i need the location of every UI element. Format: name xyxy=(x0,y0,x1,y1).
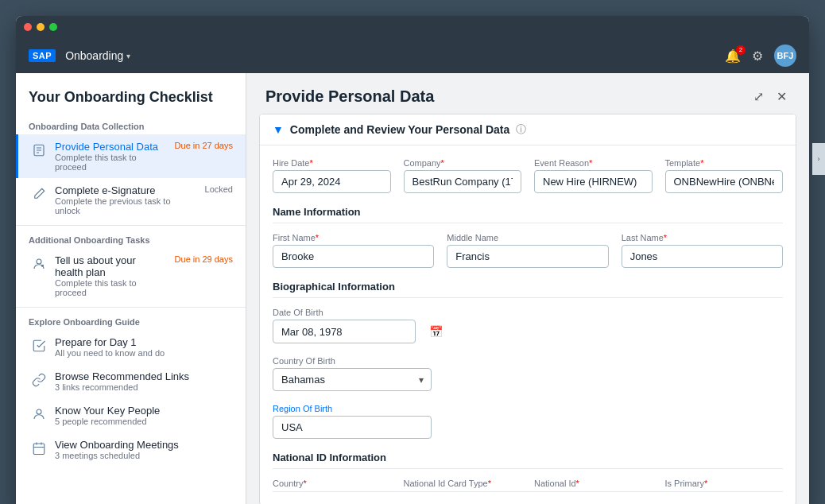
sidebar-item-title: Know Your Key People xyxy=(55,405,233,417)
person-icon xyxy=(31,406,47,422)
first-name-input[interactable] xyxy=(273,245,434,268)
sidebar-title: Your Onboarding Checklist xyxy=(16,73,246,115)
sidebar-item-meetings[interactable]: View Onboarding Meetings 3 meetings sche… xyxy=(16,432,246,467)
sidebar-item-badge: Due in 27 days xyxy=(175,141,233,150)
pen-icon xyxy=(31,186,47,202)
main-area: Your Onboarding Checklist Onboarding Dat… xyxy=(16,73,809,504)
dob-label: Date Of Birth xyxy=(273,308,416,317)
sidebar-item-content: Know Your Key People 5 people recommende… xyxy=(55,405,233,426)
sidebar-item-content: Browse Recommended Links 3 links recomme… xyxy=(55,370,233,392)
main-section-block: ▼ Complete and Review Your Personal Data… xyxy=(259,114,796,504)
col-card-type: National Id Card Type* xyxy=(404,479,522,488)
company-group: Company* xyxy=(404,158,522,193)
health-icon xyxy=(31,256,47,272)
last-name-group: Last Name* xyxy=(622,233,783,268)
first-name-label: First Name* xyxy=(273,233,434,242)
country-birth-select-wrapper: Bahamas xyxy=(273,368,432,391)
maximize-button[interactable] xyxy=(49,23,57,31)
sidebar-item-esignature[interactable]: Complete e-Signature Complete the previo… xyxy=(16,178,246,222)
sidebar-item-content: View Onboarding Meetings 3 meetings sche… xyxy=(55,439,233,460)
country-birth-select[interactable]: Bahamas xyxy=(273,368,432,391)
sidebar-item-links[interactable]: Browse Recommended Links 3 links recomme… xyxy=(16,364,246,398)
app-container: SAP Onboarding ▾ 🔔 2 ⚙ BFJ Your Onboardi… xyxy=(16,38,809,504)
nav-title-onboarding[interactable]: Onboarding ▾ xyxy=(65,49,130,62)
info-icon[interactable]: ⓘ xyxy=(516,122,526,137)
sap-logo: SAP xyxy=(29,49,56,62)
sidebar-item-day1[interactable]: Prepare for Day 1 All you need to know a… xyxy=(16,330,246,364)
sidebar-item-content: Tell us about your health plan Complete … xyxy=(55,254,167,297)
sidebar-item-subtitle: 3 links recommended xyxy=(55,382,233,392)
sidebar-item-subtitle: Complete the previous task to unlock xyxy=(55,196,197,215)
event-reason-input[interactable] xyxy=(534,170,653,193)
nav-dropdown-chevron: ▾ xyxy=(126,52,130,60)
top-navigation: SAP Onboarding ▾ 🔔 2 ⚙ BFJ xyxy=(16,38,809,73)
sidebar-item-provide-personal-data[interactable]: Provide Personal Data Complete this task… xyxy=(16,134,246,178)
national-id-table-header: Country* National Id Card Type* National… xyxy=(273,479,783,492)
form-icon xyxy=(31,142,47,158)
country-birth-label: Country Of Birth xyxy=(273,356,432,366)
name-section-title: Name Information xyxy=(273,206,783,223)
sidebar-item-subtitle: 3 meetings scheduled xyxy=(55,451,233,460)
col-country: Country* xyxy=(273,479,391,488)
last-name-input[interactable] xyxy=(622,245,783,268)
svg-point-4 xyxy=(37,259,41,264)
event-reason-group: Event Reason* xyxy=(534,158,653,193)
region-birth-input[interactable] xyxy=(273,416,432,439)
sidebar-item-title: Browse Recommended Links xyxy=(55,370,233,382)
sidebar-item-content: Prepare for Day 1 All you need to know a… xyxy=(55,336,233,358)
sidebar-item-subtitle: 5 people recommended xyxy=(55,417,233,426)
sidebar-section-onboarding-data: Onboarding Data Collection xyxy=(16,115,246,134)
col-national-id: National Id* xyxy=(534,479,653,488)
last-name-label: Last Name* xyxy=(622,233,783,242)
close-button[interactable] xyxy=(24,23,32,31)
checklist-icon xyxy=(31,338,47,354)
country-birth-group: Country Of Birth Bahamas xyxy=(273,356,432,391)
minimize-button[interactable] xyxy=(37,23,45,31)
nav-title-text: Onboarding xyxy=(65,49,123,62)
sidebar-item-subtitle: Complete this task to proceed xyxy=(55,278,167,297)
svg-rect-8 xyxy=(33,444,45,455)
company-input[interactable] xyxy=(404,170,522,193)
page-title: Provide Personal Data xyxy=(265,87,434,106)
title-bar xyxy=(16,16,809,38)
form-row-dob: Date Of Birth 📅 xyxy=(273,308,783,343)
section-content: Hire Date* Company* xyxy=(260,145,796,504)
template-input[interactable] xyxy=(665,170,784,193)
expand-icon[interactable]: ⤢ xyxy=(750,86,767,107)
sidebar-item-title: Complete e-Signature xyxy=(55,184,197,196)
close-panel-icon[interactable]: ✕ xyxy=(773,86,790,107)
middle-name-label: Middle Name xyxy=(447,233,608,242)
form-panel: ▼ Complete and Review Your Personal Data… xyxy=(246,114,809,504)
hire-date-label: Hire Date* xyxy=(273,158,391,168)
content-area: Provide Personal Data ⤢ ✕ ▼ Complete and… xyxy=(246,73,809,504)
section-title: Complete and Review Your Personal Data xyxy=(290,123,509,136)
search-icon[interactable]: ⚙ xyxy=(752,48,763,64)
form-row-country-birth: Country Of Birth Bahamas xyxy=(273,356,783,391)
dob-input[interactable] xyxy=(273,321,423,343)
sidebar-item-health-plan[interactable]: Tell us about your health plan Complete … xyxy=(16,248,246,304)
calendar-picker-icon[interactable]: 📅 xyxy=(423,320,449,343)
dob-input-wrapper: 📅 xyxy=(273,320,416,343)
hire-date-input[interactable] xyxy=(273,170,391,193)
app-window: SAP Onboarding ▾ 🔔 2 ⚙ BFJ Your Onboardi… xyxy=(16,16,809,504)
dob-group: Date Of Birth 📅 xyxy=(273,308,416,343)
region-birth-label: Region Of Birth xyxy=(273,404,432,413)
user-avatar[interactable]: BFJ xyxy=(774,45,796,67)
sidebar-item-badge-locked: Locked xyxy=(205,184,233,194)
sidebar-item-content: Complete e-Signature Complete the previo… xyxy=(55,184,197,215)
notification-badge: 2 xyxy=(736,45,746,55)
region-birth-group: Region Of Birth xyxy=(273,404,432,439)
middle-name-input[interactable] xyxy=(447,245,608,268)
notification-bell-icon[interactable]: 🔔 2 xyxy=(725,48,741,64)
section-collapse-btn[interactable]: ▼ xyxy=(273,123,284,136)
national-id-section-title: National ID Information xyxy=(273,452,783,469)
bio-section-title: Biographical Information xyxy=(273,281,783,298)
link-icon xyxy=(31,372,47,388)
template-label: Template* xyxy=(665,158,784,168)
sidebar-item-title: Prepare for Day 1 xyxy=(55,336,233,348)
sidebar-item-key-people[interactable]: Know Your Key People 5 people recommende… xyxy=(16,398,246,432)
template-group: Template* xyxy=(665,158,784,193)
sidebar-item-title: Provide Personal Data xyxy=(55,141,167,153)
calendar-icon xyxy=(31,440,47,456)
content-header: Provide Personal Data ⤢ ✕ xyxy=(246,73,809,114)
